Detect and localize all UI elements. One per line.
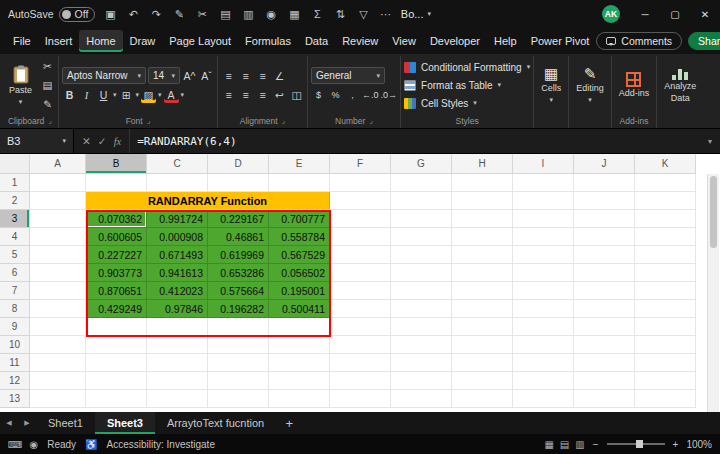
scrollbar-thumb[interactable] xyxy=(710,176,717,248)
cut-icon[interactable]: ✂ xyxy=(195,8,209,21)
cell-j1[interactable] xyxy=(574,174,635,192)
cell-j5[interactable] xyxy=(574,246,635,264)
next-sheet-icon[interactable]: ▶ xyxy=(18,412,36,434)
undo-icon[interactable]: ↶ xyxy=(126,8,140,21)
cut-icon[interactable]: ✂ xyxy=(40,58,55,74)
cell-k9[interactable] xyxy=(635,318,696,336)
expand-formula-bar-icon[interactable]: ▾ xyxy=(708,137,720,146)
cell-g4[interactable] xyxy=(391,228,452,246)
paste-button[interactable]: Paste ▾ xyxy=(5,63,36,108)
cell-a9[interactable] xyxy=(30,318,86,336)
cell-i5[interactable] xyxy=(513,246,574,264)
cell-e8[interactable]: 0.500411 xyxy=(269,300,330,318)
cell-e9[interactable] xyxy=(269,318,330,336)
cell-f10[interactable] xyxy=(330,336,391,354)
cells-button[interactable]: ▦ Cells ▾ xyxy=(537,64,565,106)
cell-k13[interactable] xyxy=(635,390,696,408)
new-sheet-button[interactable]: + xyxy=(276,412,302,434)
cell-a5[interactable] xyxy=(30,246,86,264)
formula-input[interactable]: =RANDARRAY(6,4) xyxy=(130,135,708,148)
cell-d7[interactable]: 0.575664 xyxy=(208,282,269,300)
cell-j6[interactable] xyxy=(574,264,635,282)
cell-d11[interactable] xyxy=(208,354,269,372)
font-color-button[interactable]: A xyxy=(164,87,179,103)
camera-icon[interactable]: ◉ xyxy=(264,8,278,21)
copy-icon[interactable]: ▤ xyxy=(40,77,55,93)
cell-c5[interactable]: 0.671493 xyxy=(147,246,208,264)
redo-icon[interactable]: ↷ xyxy=(149,8,163,21)
share-button[interactable]: Share ▾ xyxy=(688,32,720,50)
accounting-format-icon[interactable]: $ xyxy=(311,87,326,103)
cell-h7[interactable] xyxy=(452,282,513,300)
cell-f6[interactable] xyxy=(330,264,391,282)
select-all-corner[interactable] xyxy=(0,154,30,174)
zoom-level[interactable]: 100% xyxy=(686,439,712,450)
normal-view-icon[interactable]: ▦ xyxy=(544,439,553,450)
orientation-icon[interactable]: ∠ xyxy=(272,68,287,84)
autosave-toggle[interactable]: Off xyxy=(59,7,96,22)
zoom-slider-thumb[interactable] xyxy=(636,440,643,448)
cell-g6[interactable] xyxy=(391,264,452,282)
cell-b4[interactable]: 0.600605 xyxy=(86,228,147,246)
cell-d10[interactable] xyxy=(208,336,269,354)
vertical-scrollbar[interactable] xyxy=(707,174,719,412)
cell-d3[interactable]: 0.229167 xyxy=(208,210,269,228)
cell-d4[interactable]: 0.46861 xyxy=(208,228,269,246)
align-middle-icon[interactable]: ≡ xyxy=(238,68,253,84)
column-header-i[interactable]: I xyxy=(513,154,574,174)
column-header-d[interactable]: D xyxy=(208,154,269,174)
cell-c11[interactable] xyxy=(147,354,208,372)
cell-c13[interactable] xyxy=(147,390,208,408)
cell-f8[interactable] xyxy=(330,300,391,318)
cell-h6[interactable] xyxy=(452,264,513,282)
insert-function-icon[interactable]: fx xyxy=(114,136,122,147)
cell-h8[interactable] xyxy=(452,300,513,318)
cell-d5[interactable]: 0.619969 xyxy=(208,246,269,264)
align-left-icon[interactable]: ≡ xyxy=(221,87,236,103)
cell-g5[interactable] xyxy=(391,246,452,264)
merge-center-icon[interactable]: ◫ xyxy=(289,87,304,103)
macro-record-icon[interactable]: ◉ xyxy=(29,439,38,450)
number-format-select[interactable]: General ▾ xyxy=(311,67,385,84)
menu-tab-power-pivot[interactable]: Power Pivot xyxy=(524,30,597,52)
cell-k11[interactable] xyxy=(635,354,696,372)
column-header-j[interactable]: J xyxy=(574,154,635,174)
cell-b10[interactable] xyxy=(86,336,147,354)
cell-b7[interactable]: 0.870651 xyxy=(86,282,147,300)
menu-tab-formulas[interactable]: Formulas xyxy=(238,30,298,52)
minimize-button[interactable]: ─ xyxy=(630,0,660,28)
align-bottom-icon[interactable]: ≡ xyxy=(255,68,270,84)
cell-f2[interactable] xyxy=(330,192,391,210)
cell-k6[interactable] xyxy=(635,264,696,282)
cell-k2[interactable] xyxy=(635,192,696,210)
cell-b8[interactable]: 0.429249 xyxy=(86,300,147,318)
sheet-tab-arraytotext-fucntion[interactable]: ArraytoText fucntion xyxy=(155,412,276,434)
cell-k1[interactable] xyxy=(635,174,696,192)
cell-k12[interactable] xyxy=(635,372,696,390)
menu-tab-review[interactable]: Review xyxy=(335,30,385,52)
cell-f9[interactable] xyxy=(330,318,391,336)
cell-k5[interactable] xyxy=(635,246,696,264)
cell-e3[interactable]: 0.700777 xyxy=(269,210,330,228)
enter-icon[interactable]: ✓ xyxy=(98,135,107,147)
row-header-4[interactable]: 4 xyxy=(0,228,30,246)
filter-icon[interactable]: ▽ xyxy=(356,8,370,21)
addins-button[interactable]: Add-ins xyxy=(615,70,654,101)
sheet-tab-sheet3[interactable]: Sheet3 xyxy=(95,412,155,434)
cell-a10[interactable] xyxy=(30,336,86,354)
comma-format-icon[interactable]: , xyxy=(345,87,360,103)
row-header-5[interactable]: 5 xyxy=(0,246,30,264)
wrap-text-icon[interactable]: ↩ xyxy=(272,87,287,103)
dialog-launcher-icon[interactable]: ⌟ xyxy=(147,116,151,125)
editing-button[interactable]: ✎ Editing ▾ xyxy=(572,64,608,106)
cell-f5[interactable] xyxy=(330,246,391,264)
cell-c6[interactable]: 0.941613 xyxy=(147,264,208,282)
fill-color-button[interactable]: ▨ xyxy=(141,87,156,103)
align-top-icon[interactable]: ≡ xyxy=(221,68,236,84)
cell-e12[interactable] xyxy=(269,372,330,390)
row-header-10[interactable]: 10 xyxy=(0,336,30,354)
menu-tab-help[interactable]: Help xyxy=(487,30,524,52)
cell-i11[interactable] xyxy=(513,354,574,372)
font-size-select[interactable]: 14 ▾ xyxy=(148,67,180,84)
percent-format-icon[interactable]: % xyxy=(328,87,343,103)
